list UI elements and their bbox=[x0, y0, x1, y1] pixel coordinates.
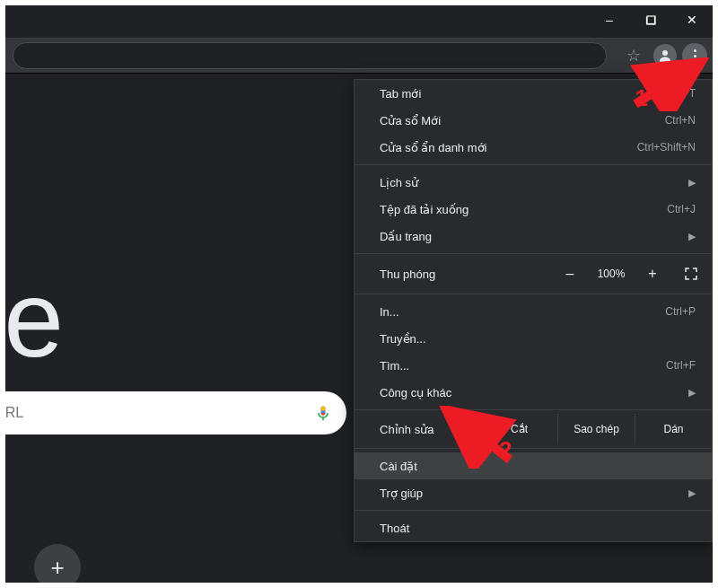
bookmark-star-icon[interactable]: ☆ bbox=[619, 41, 648, 70]
maximize-button[interactable] bbox=[630, 5, 671, 34]
menu-item-exit[interactable]: Thoát bbox=[355, 514, 712, 541]
google-logo: ogle bbox=[0, 257, 60, 381]
menu-item-incognito[interactable]: Cửa sổ ẩn danh mới Ctrl+Shift+N bbox=[355, 134, 712, 161]
window-controls: – ✕ bbox=[589, 5, 713, 34]
voice-search-icon[interactable] bbox=[314, 404, 332, 422]
menu-separator bbox=[355, 164, 712, 165]
edit-label: Chỉnh sửa bbox=[380, 423, 480, 436]
minimize-button[interactable]: – bbox=[589, 5, 630, 34]
chevron-right-icon: ▶ bbox=[688, 231, 696, 242]
svg-rect-2 bbox=[647, 16, 655, 24]
menu-separator bbox=[355, 510, 712, 511]
menu-edit-row: Chỉnh sửa Cắt Sao chép Dán bbox=[355, 414, 712, 444]
add-shortcut-button[interactable]: + bbox=[34, 544, 81, 588]
menu-separator bbox=[355, 448, 712, 449]
menu-item-print[interactable]: In... Ctrl+P bbox=[355, 298, 712, 325]
menu-item-find[interactable]: Tìm... Ctrl+F bbox=[355, 352, 712, 379]
cut-button[interactable]: Cắt bbox=[480, 414, 557, 444]
menu-item-history[interactable]: Lịch sử ▶ bbox=[355, 169, 712, 196]
browser-toolbar: ☆ bbox=[5, 38, 713, 74]
address-bar[interactable] bbox=[13, 42, 607, 69]
menu-item-settings[interactable]: Cài đặt bbox=[355, 452, 712, 479]
copy-button[interactable]: Sao chép bbox=[557, 414, 635, 444]
zoom-percent: 100% bbox=[591, 268, 631, 280]
menu-item-downloads[interactable]: Tệp đã tải xuống Ctrl+J bbox=[355, 196, 712, 223]
svg-point-3 bbox=[662, 50, 668, 56]
menu-item-new-window[interactable]: Cửa sổ Mới Ctrl+N bbox=[355, 107, 712, 134]
menu-separator bbox=[355, 409, 712, 410]
zoom-label: Thu phóng bbox=[380, 268, 557, 281]
menu-item-cast[interactable]: Truyền... bbox=[355, 325, 712, 352]
menu-zoom-row: Thu phóng – 100% + bbox=[355, 258, 712, 290]
search-box[interactable] bbox=[0, 391, 346, 434]
menu-item-bookmarks[interactable]: Dấu trang ▶ bbox=[355, 223, 712, 250]
search-input[interactable] bbox=[0, 405, 314, 421]
profile-avatar-icon[interactable] bbox=[653, 44, 677, 67]
zoom-in-button[interactable]: + bbox=[640, 261, 665, 286]
fullscreen-icon[interactable] bbox=[679, 262, 703, 285]
zoom-out-button[interactable]: – bbox=[557, 261, 582, 286]
menu-item-more-tools[interactable]: Công cụ khác ▶ bbox=[355, 379, 712, 406]
close-button[interactable]: ✕ bbox=[671, 5, 713, 34]
menu-item-new-tab[interactable]: Tab mới Ctrl+T bbox=[355, 80, 712, 107]
menu-separator bbox=[355, 294, 712, 294]
menu-item-help[interactable]: Trợ giúp ▶ bbox=[355, 479, 712, 506]
chevron-right-icon: ▶ bbox=[688, 387, 696, 399]
paste-button[interactable]: Dán bbox=[635, 414, 712, 444]
menu-separator bbox=[355, 253, 712, 254]
chrome-main-menu: Tab mới Ctrl+T Cửa sổ Mới Ctrl+N Cửa sổ … bbox=[354, 79, 713, 542]
kebab-menu-icon[interactable] bbox=[682, 43, 707, 68]
chevron-right-icon: ▶ bbox=[688, 487, 696, 499]
chevron-right-icon: ▶ bbox=[688, 177, 696, 189]
